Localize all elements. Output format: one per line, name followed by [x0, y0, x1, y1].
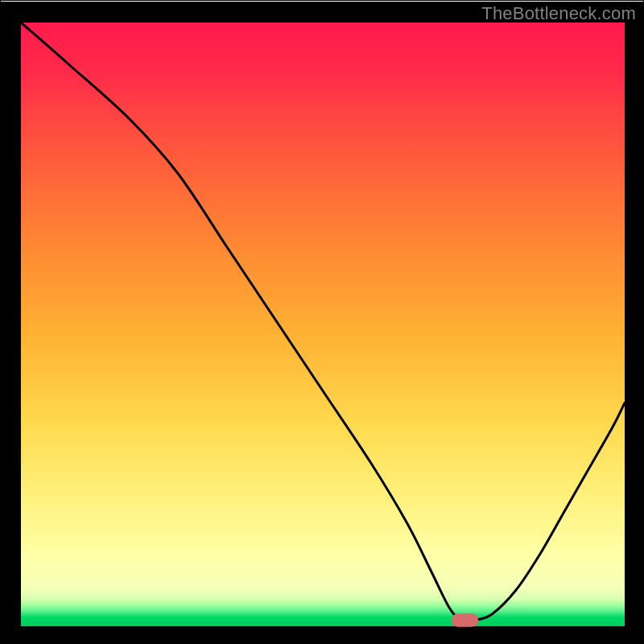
watermark-text: TheBottleneck.com	[481, 3, 636, 24]
bottleneck-chart	[0, 0, 644, 644]
plot-background	[21, 23, 625, 626]
chart-container: TheBottleneck.com	[0, 0, 644, 644]
optimal-marker	[451, 613, 478, 627]
